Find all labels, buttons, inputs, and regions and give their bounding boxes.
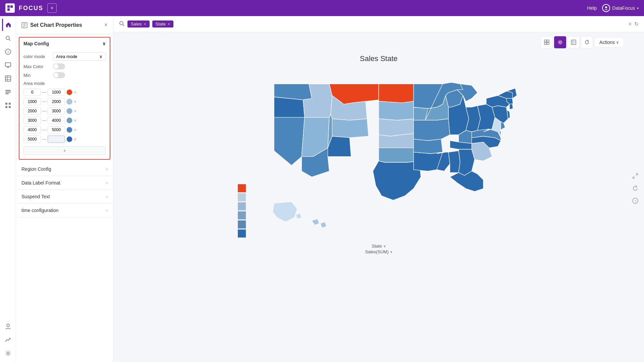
state-HI-1[interactable] xyxy=(312,219,319,225)
tag-state-remove[interactable]: × xyxy=(168,22,170,27)
region-config-header[interactable]: Region Config › xyxy=(17,162,112,176)
sidebar-item-help[interactable]: ? xyxy=(2,46,14,58)
sidebar-item-settings[interactable] xyxy=(2,347,14,359)
svg-rect-22 xyxy=(9,106,11,108)
svg-rect-32 xyxy=(547,40,549,42)
range-row-2: — × xyxy=(23,107,106,115)
range-color-3[interactable] xyxy=(66,117,72,123)
actions-button[interactable]: Actions ∨ xyxy=(594,37,624,47)
state-NM[interactable] xyxy=(328,136,351,157)
props-header: Set Chart Properties × xyxy=(16,16,113,34)
color-mode-select[interactable]: Area mode ∨ xyxy=(53,52,106,61)
state-AK[interactable] xyxy=(273,202,298,222)
data-label-format-header[interactable]: Data Label Format › xyxy=(17,176,112,190)
data-label-format-section: Data Label Format › xyxy=(17,176,112,190)
range-row-1: — × xyxy=(23,98,106,105)
state-AL[interactable] xyxy=(448,151,460,172)
range-remove-1[interactable]: × xyxy=(74,99,76,104)
toolbar-view-btn[interactable] xyxy=(541,36,553,48)
toolbar-refresh-btn[interactable] xyxy=(581,36,593,48)
max-color-toggle[interactable] xyxy=(53,63,65,69)
state-SD[interactable] xyxy=(379,101,415,120)
range-from-1[interactable] xyxy=(23,98,41,105)
sidebar-item-search[interactable] xyxy=(2,32,14,44)
search-icon[interactable] xyxy=(119,20,125,28)
search-clear-icon[interactable]: × xyxy=(629,21,632,27)
help-link[interactable]: Help xyxy=(587,5,597,11)
range-from-3[interactable] xyxy=(23,117,41,124)
range-to-2[interactable] xyxy=(48,107,65,115)
map-legend xyxy=(238,184,246,238)
area-mode-label: Area mode xyxy=(23,81,50,86)
props-header-left: Set Chart Properties xyxy=(21,22,82,28)
range-remove-0[interactable]: × xyxy=(74,90,76,95)
sidebar-item-home[interactable] xyxy=(2,19,14,31)
user-menu-button[interactable]: DataFocus ▾ xyxy=(602,4,639,12)
sidebar-item-table[interactable] xyxy=(2,72,14,85)
sidebar-item-grid[interactable] xyxy=(2,99,14,111)
range-to-4[interactable] xyxy=(48,126,65,134)
range-color-2[interactable] xyxy=(66,108,72,114)
tag-sales-remove[interactable]: × xyxy=(144,22,146,27)
toolbar-settings-btn[interactable] xyxy=(554,36,566,48)
range-to-3[interactable] xyxy=(48,117,65,124)
time-config-header[interactable]: time configuration › xyxy=(17,204,112,217)
state-KS[interactable] xyxy=(379,133,418,148)
y-axis-chevron-icon: ∨ xyxy=(390,250,392,254)
range-remove-3[interactable]: × xyxy=(74,118,76,123)
range-to-1[interactable] xyxy=(48,98,65,105)
range-to-5[interactable] xyxy=(48,136,65,143)
state-MO[interactable] xyxy=(414,119,450,141)
range-from-0[interactable] xyxy=(23,89,41,96)
range-remove-5[interactable]: × xyxy=(74,137,76,142)
x-axis-chevron-icon: ∨ xyxy=(383,244,386,248)
range-color-5[interactable] xyxy=(66,136,72,142)
state-CO[interactable] xyxy=(332,119,368,138)
expand-icon[interactable] xyxy=(632,172,639,181)
state-HI-2[interactable] xyxy=(321,222,326,228)
help-right-icon[interactable]: ? xyxy=(632,197,639,206)
svg-rect-33 xyxy=(544,43,546,45)
svg-rect-19 xyxy=(5,103,7,105)
state-OR[interactable] xyxy=(274,97,305,117)
min-toggle[interactable] xyxy=(53,72,65,78)
sidebar-item-user[interactable] xyxy=(2,320,14,332)
toolbar-table-btn[interactable] xyxy=(568,36,580,48)
range-from-2[interactable] xyxy=(23,107,41,115)
range-from-5[interactable] xyxy=(23,136,41,143)
state-CT[interactable] xyxy=(509,104,513,109)
search-right-actions: × ↻ xyxy=(629,21,639,27)
min-label: Min xyxy=(23,73,50,78)
topnav-left: FOCUS + xyxy=(5,3,57,13)
range-to-0[interactable] xyxy=(48,89,65,96)
suspend-text-header[interactable]: Suspend Text › xyxy=(17,190,112,203)
sidebar-item-list[interactable] xyxy=(2,86,14,98)
state-FL[interactable] xyxy=(450,171,483,192)
add-tab-button[interactable]: + xyxy=(47,3,57,13)
state-CA[interactable] xyxy=(274,117,305,165)
range-from-4[interactable] xyxy=(23,126,41,134)
svg-rect-21 xyxy=(5,106,7,108)
state-NE[interactable] xyxy=(379,119,417,136)
state-ND[interactable] xyxy=(379,84,414,103)
props-close-button[interactable]: × xyxy=(104,21,108,29)
range-color-0[interactable] xyxy=(66,89,72,95)
time-config-section: time configuration › xyxy=(17,204,112,217)
app-name: FOCUS xyxy=(19,5,43,12)
actions-chevron-icon: ∨ xyxy=(616,40,619,45)
map-config-section: Map Config ∨ color mode Area mode ∨ Max … xyxy=(19,37,110,160)
state-AR[interactable] xyxy=(414,139,443,154)
range-remove-4[interactable]: × xyxy=(74,127,76,133)
sidebar-item-display[interactable] xyxy=(2,59,14,71)
search-input[interactable] xyxy=(176,21,626,27)
range-remove-2[interactable]: × xyxy=(74,108,76,114)
range-row-4: — × xyxy=(23,126,106,134)
range-color-4[interactable] xyxy=(66,127,72,133)
sidebar-item-stats[interactable] xyxy=(2,334,14,346)
refresh-right-icon[interactable] xyxy=(632,185,639,193)
map-config-header[interactable]: Map Config ∨ xyxy=(19,38,110,50)
range-color-1[interactable] xyxy=(66,99,72,105)
search-refresh-icon[interactable]: ↻ xyxy=(634,21,639,27)
add-range-button[interactable]: + xyxy=(23,146,106,155)
state-OK[interactable] xyxy=(379,148,419,162)
